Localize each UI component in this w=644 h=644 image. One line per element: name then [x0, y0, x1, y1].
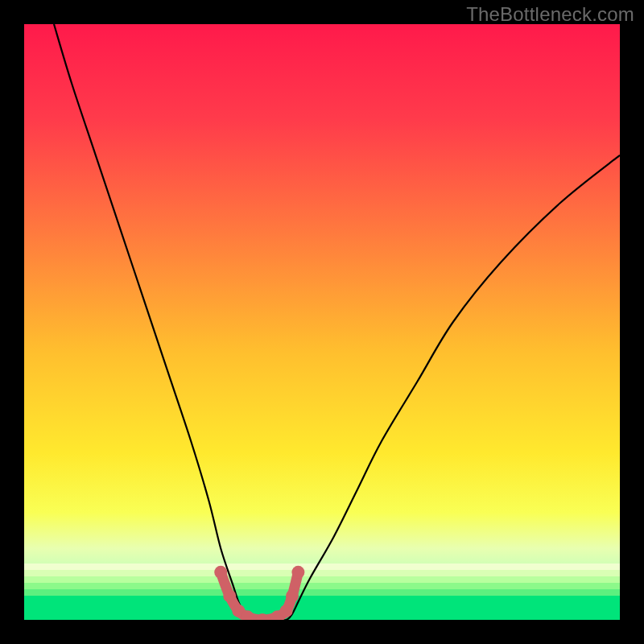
optimal-range-point — [291, 566, 304, 579]
optimal-range-point — [242, 610, 254, 623]
optimal-range-point — [256, 613, 269, 626]
watermark-text: TheBottleneck.com — [466, 3, 634, 26]
svg-rect-1 — [24, 564, 620, 570]
bottleneck-chart — [0, 0, 644, 644]
optimal-range-point — [286, 589, 299, 602]
optimal-range-point — [214, 566, 227, 579]
optimal-range-point — [223, 589, 236, 602]
svg-rect-6 — [24, 596, 620, 620]
svg-rect-5 — [24, 589, 620, 596]
plot-area — [24, 24, 620, 620]
svg-rect-2 — [24, 570, 620, 576]
svg-rect-3 — [24, 576, 620, 583]
chart-frame: TheBottleneck.com — [0, 0, 644, 644]
green-bands — [24, 564, 620, 620]
optimal-range-point — [280, 605, 293, 617]
svg-rect-4 — [24, 583, 620, 589]
